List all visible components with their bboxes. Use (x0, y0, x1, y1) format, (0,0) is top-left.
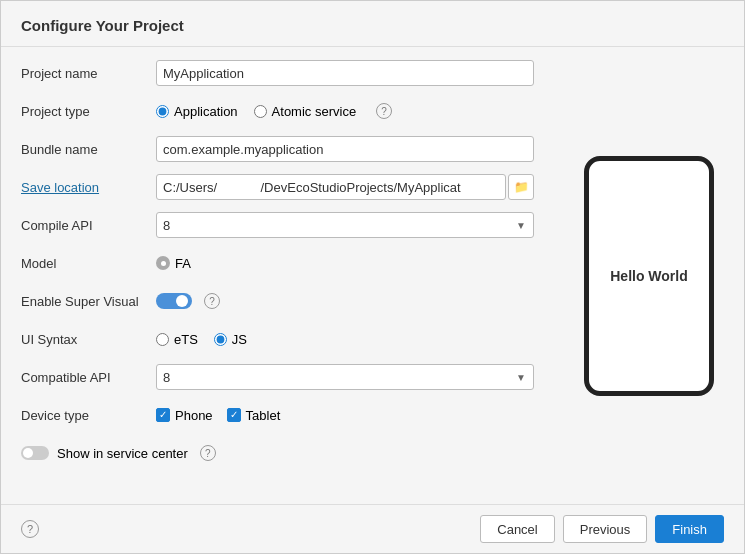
bundle-name-input[interactable] (156, 136, 534, 162)
form-area: Project name Project type Application At… (1, 47, 554, 504)
configure-project-dialog: Configure Your Project Project name Proj… (0, 0, 745, 554)
enable-super-visual-label: Enable Super Visual (21, 294, 156, 309)
model-value: FA (175, 256, 191, 271)
compile-api-control: 8 9 10 ▼ (156, 212, 534, 238)
browse-folder-button[interactable]: 📁 (508, 174, 534, 200)
radio-application-label: Application (174, 104, 238, 119)
enable-super-visual-row: Enable Super Visual ? (21, 287, 534, 315)
save-location-label[interactable]: Save location (21, 180, 156, 195)
bundle-name-label: Bundle name (21, 142, 156, 157)
save-location-control: 📁 (156, 174, 534, 200)
enable-super-visual-toggle[interactable] (156, 293, 192, 309)
project-name-input[interactable] (156, 60, 534, 86)
project-type-control: Application Atomic service ? (156, 103, 534, 119)
project-name-label: Project name (21, 66, 156, 81)
bundle-name-row: Bundle name (21, 135, 534, 163)
radio-application[interactable]: Application (156, 104, 238, 119)
show-service-toggle[interactable] (21, 446, 49, 460)
radio-atomic-label: Atomic service (272, 104, 357, 119)
preview-area: Hello World (554, 47, 744, 504)
save-location-row: Save location 📁 (21, 173, 534, 201)
device-type-label: Device type (21, 408, 156, 423)
compile-api-row: Compile API 8 9 10 ▼ (21, 211, 534, 239)
compatible-api-select[interactable]: 8 9 10 (156, 364, 534, 390)
show-service-control: Show in service center ? (21, 445, 216, 461)
radio-js-label: JS (232, 332, 247, 347)
project-name-row: Project name (21, 59, 534, 87)
dialog-title: Configure Your Project (1, 1, 744, 47)
previous-button[interactable]: Previous (563, 515, 648, 543)
ui-syntax-control: eTS JS (156, 332, 534, 347)
project-name-control (156, 60, 534, 86)
tablet-label: Tablet (246, 408, 281, 423)
project-type-help-icon[interactable]: ? (376, 103, 392, 119)
footer-help-icon[interactable]: ? (21, 520, 39, 538)
ui-syntax-row: UI Syntax eTS JS (21, 325, 534, 353)
super-visual-help-icon[interactable]: ? (204, 293, 220, 309)
phone-preview: Hello World (584, 156, 714, 396)
project-type-row: Project type Application Atomic service … (21, 97, 534, 125)
compile-api-select[interactable]: 8 9 10 (156, 212, 534, 238)
phone-checkbox-icon[interactable] (156, 408, 170, 422)
model-control: FA (156, 256, 534, 271)
checkbox-phone[interactable]: Phone (156, 408, 213, 423)
device-type-control: Phone Tablet (156, 408, 534, 423)
model-label: Model (21, 256, 156, 271)
show-service-row: Show in service center ? (21, 439, 534, 467)
compatible-api-control: 8 9 10 ▼ (156, 364, 534, 390)
radio-ets[interactable]: eTS (156, 332, 198, 347)
model-row: Model FA (21, 249, 534, 277)
show-service-help-icon[interactable]: ? (200, 445, 216, 461)
show-service-toggle-knob (23, 448, 33, 458)
radio-atomic[interactable]: Atomic service (254, 104, 357, 119)
compatible-api-label: Compatible API (21, 370, 156, 385)
dialog-footer: ? Cancel Previous Finish (1, 504, 744, 553)
checkbox-tablet[interactable]: Tablet (227, 408, 281, 423)
save-location-input-wrap (156, 174, 506, 200)
dialog-content: Project name Project type Application At… (1, 47, 744, 504)
toggle-knob (176, 295, 188, 307)
finish-button[interactable]: Finish (655, 515, 724, 543)
preview-text: Hello World (610, 268, 688, 284)
compatible-api-row: Compatible API 8 9 10 ▼ (21, 363, 534, 391)
footer-left: ? (21, 520, 472, 538)
bundle-name-control (156, 136, 534, 162)
radio-js[interactable]: JS (214, 332, 247, 347)
save-location-input[interactable] (156, 174, 506, 200)
phone-label: Phone (175, 408, 213, 423)
enable-super-visual-control: ? (156, 293, 534, 309)
device-type-row: Device type Phone Tablet (21, 401, 534, 429)
tablet-checkbox-icon[interactable] (227, 408, 241, 422)
model-radio-icon (156, 256, 170, 270)
compile-api-label: Compile API (21, 218, 156, 233)
show-service-label: Show in service center (57, 446, 188, 461)
ui-syntax-label: UI Syntax (21, 332, 156, 347)
cancel-button[interactable]: Cancel (480, 515, 554, 543)
radio-ets-label: eTS (174, 332, 198, 347)
project-type-label: Project type (21, 104, 156, 119)
